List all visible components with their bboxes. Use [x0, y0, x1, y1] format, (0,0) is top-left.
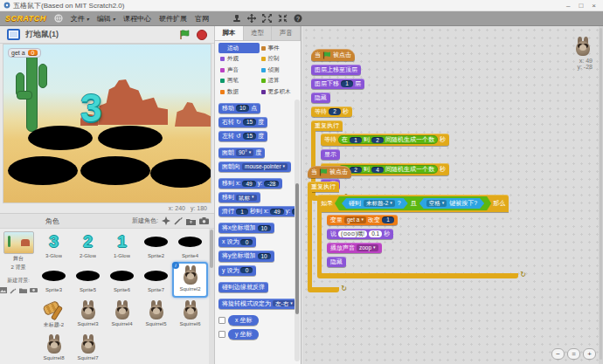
- paint-brush-icon[interactable]: [174, 216, 183, 225]
- block-move-steps[interactable]: 移动10点: [218, 103, 260, 113]
- block-goto-sprite[interactable]: 移到鼠标: [218, 192, 260, 203]
- countdown-sprite[interactable]: 3: [80, 86, 101, 130]
- sprite-item-hole[interactable]: Sprite4: [173, 229, 207, 263]
- sprite-item-squirrel[interactable]: Squirrel7: [71, 331, 105, 364]
- block-play-sound[interactable]: 播放声音 zoop: [327, 243, 382, 253]
- category-sound[interactable]: 声音: [218, 65, 260, 75]
- sprite-library-icon[interactable]: [162, 216, 170, 225]
- category-pen[interactable]: 画笔: [218, 76, 260, 86]
- mole-hole-sprite[interactable]: [80, 156, 150, 185]
- variable-dropdown[interactable]: get a: [344, 216, 366, 223]
- block-touching-sprite[interactable]: 碰到 未标题-2 ?: [342, 198, 408, 209]
- stage-selector[interactable]: 舞台 2 背景 新建背景:: [0, 229, 37, 364]
- grow-sprite-icon[interactable]: [262, 14, 272, 23]
- tab-scripts[interactable]: 脚本: [215, 26, 244, 40]
- sprite-item-squirrel[interactable]: Squirrel6: [173, 297, 207, 331]
- sprite-item-squirrel[interactable]: Squirrel4: [105, 297, 139, 331]
- move-arrows-icon[interactable]: [247, 14, 256, 23]
- category-events[interactable]: 事件: [260, 43, 301, 53]
- target-dropdown[interactable]: 鼠标: [236, 195, 257, 201]
- block-set-x[interactable]: x 设为0: [218, 237, 256, 247]
- block-set-y[interactable]: y 设为0: [218, 265, 256, 276]
- mole-hole-sprite[interactable]: [150, 159, 211, 188]
- sprite-item-squirrel[interactable]: Squirrel8: [37, 331, 71, 364]
- sprite-item-hole[interactable]: Sprite5: [71, 263, 105, 297]
- zoom-reset-button[interactable]: =: [567, 348, 580, 360]
- menu-file[interactable]: 文件: [71, 14, 89, 24]
- sprite-item-hammer[interactable]: 未标题-2: [37, 297, 71, 331]
- category-looks[interactable]: 外观: [218, 54, 260, 65]
- backdrop-library-icon[interactable]: [0, 287, 7, 293]
- block-wait-random[interactable]: 等待 在 1 到 2 间随机生成一个数 秒: [321, 134, 449, 146]
- block-go-back-layers[interactable]: 图层下移1层: [311, 79, 364, 89]
- touching-target-dropdown[interactable]: 未标题-2: [364, 200, 395, 206]
- sprite-item-hole[interactable]: Sprite6: [105, 263, 139, 297]
- block-hide[interactable]: 隐藏: [311, 93, 330, 103]
- block-go-to-front[interactable]: 图层上移至顶层: [311, 65, 361, 75]
- category-sensing[interactable]: 侦测: [260, 65, 301, 75]
- paint-brush-icon[interactable]: [10, 287, 17, 294]
- menu-edit[interactable]: 编辑: [97, 14, 115, 24]
- sprite-item-squirrel-selected[interactable]: Squirrel2: [172, 262, 208, 298]
- script-2[interactable]: 当 被点击 重复执行 如果 碰到 未标题-2 ?: [308, 166, 518, 296]
- rotation-style-dropdown[interactable]: 左-右: [273, 300, 295, 306]
- green-flag-button[interactable]: [179, 30, 191, 40]
- block-show[interactable]: 显示: [321, 149, 340, 160]
- scripts-area[interactable]: x: 49 y: -28 当 被点击 图层上移至顶层 图层下移1层 隐藏 等待2…: [302, 26, 603, 364]
- key-dropdown[interactable]: 空格: [426, 200, 447, 206]
- menu-course-center[interactable]: 课程中心: [123, 14, 151, 24]
- fullscreen-icon[interactable]: [7, 29, 20, 40]
- menu-hardware-extension[interactable]: 硬件扩展: [159, 14, 187, 24]
- sprite-item-squirrel[interactable]: Squirrel3: [71, 297, 105, 331]
- zoom-in-button[interactable]: +: [583, 348, 596, 360]
- sprite-item-hole[interactable]: Sprite2: [139, 229, 173, 263]
- duplicate-stamp-icon[interactable]: [232, 14, 241, 23]
- block-hide[interactable]: 隐藏: [327, 257, 346, 267]
- sprite-item-squirrel[interactable]: Squirrel5: [139, 297, 173, 331]
- mole-hole-sprite[interactable]: [8, 156, 78, 185]
- palette-scrollbar[interactable]: [295, 100, 300, 361]
- block-goto-xy[interactable]: 移到 x:49y:-28: [218, 178, 282, 189]
- stop-button[interactable]: [197, 30, 207, 40]
- maximize-button[interactable]: □: [579, 0, 583, 11]
- block-say-for-seconds[interactable]: 说 (⊙o⊙)哦! 0.1 秒: [327, 229, 393, 239]
- block-key-pressed[interactable]: 空格 键被按下?: [419, 198, 484, 209]
- stage-thumbnail[interactable]: [3, 231, 34, 254]
- scripts-scrollbar[interactable]: [599, 26, 603, 364]
- block-point-towards[interactable]: 面朝向mouse-pointer: [218, 161, 291, 172]
- category-data[interactable]: 数据: [218, 86, 260, 97]
- camera-icon[interactable]: [199, 217, 209, 224]
- sprite-item-3glow[interactable]: 33-Glow: [37, 229, 71, 263]
- watcher-checkbox[interactable]: [218, 317, 225, 324]
- shrink-sprite-icon[interactable]: [278, 14, 288, 23]
- variable-watcher[interactable]: get a 0: [8, 48, 41, 58]
- category-motion[interactable]: 运动: [218, 43, 260, 53]
- block-turn-right[interactable]: 右转↻15度: [218, 117, 267, 127]
- block-when-flag-clicked[interactable]: 当 被点击: [308, 166, 351, 178]
- block-change-y[interactable]: 将y坐标增加10: [218, 251, 274, 261]
- block-when-flag-clicked[interactable]: 当 被点击: [311, 49, 355, 61]
- upload-folder-icon[interactable]: [186, 217, 196, 225]
- target-dropdown[interactable]: mouse-pointer: [242, 163, 288, 169]
- block-change-variable[interactable]: 变量 get a 改变 1: [327, 215, 398, 225]
- sprite-item-1glow[interactable]: 11-Glow: [105, 229, 139, 263]
- block-glide[interactable]: 滑行1秒到 x:49y:-28: [218, 206, 295, 216]
- block-change-x[interactable]: 将x坐标增加10: [218, 223, 274, 233]
- tab-costumes[interactable]: 造型: [244, 26, 273, 40]
- sprite-item-hole[interactable]: Sprite3: [37, 263, 71, 297]
- close-button[interactable]: ×: [592, 0, 596, 11]
- mole-hole-sprite[interactable]: [98, 126, 163, 150]
- zoom-out-button[interactable]: −: [551, 348, 565, 360]
- block-and-operator[interactable]: 碰到 未标题-2 ? 且 空格 键被按下?: [335, 196, 491, 210]
- sound-dropdown[interactable]: zoop: [357, 244, 378, 251]
- category-control[interactable]: 控制: [260, 54, 301, 65]
- block-forever[interactable]: 重复执行 如果 碰到 未标题-2 ? 且: [308, 182, 518, 292]
- block-pick-random[interactable]: 在 1 到 2 间随机生成一个数: [338, 135, 438, 144]
- block-point-direction[interactable]: 面朝90°度: [218, 148, 265, 158]
- block-rotation-style[interactable]: 将旋转模式设定为左-右: [218, 299, 295, 309]
- minimize-button[interactable]: –: [566, 0, 570, 11]
- direction-dropdown[interactable]: 90°: [236, 149, 253, 155]
- stage-canvas[interactable]: 3 get a 0: [3, 44, 211, 203]
- upload-folder-icon[interactable]: [19, 287, 27, 293]
- tab-sounds[interactable]: 声音: [272, 26, 301, 40]
